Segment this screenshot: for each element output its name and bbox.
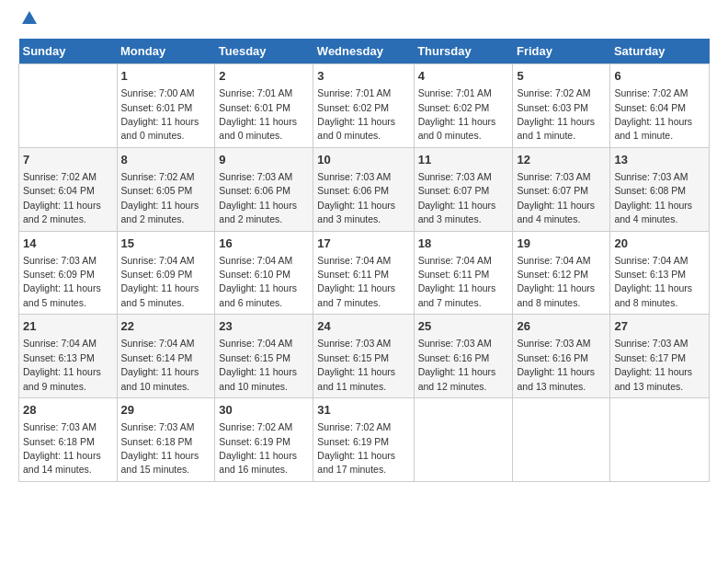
- day-info: Sunrise: 7:03 AM Sunset: 6:16 PM Dayligh…: [418, 338, 496, 391]
- day-cell: 26Sunrise: 7:03 AM Sunset: 6:16 PM Dayli…: [513, 315, 610, 398]
- day-number: 18: [418, 236, 509, 252]
- day-cell: 23Sunrise: 7:04 AM Sunset: 6:15 PM Dayli…: [215, 315, 313, 398]
- day-cell: 14Sunrise: 7:03 AM Sunset: 6:09 PM Dayli…: [19, 231, 118, 315]
- day-cell: 5Sunrise: 7:02 AM Sunset: 6:03 PM Daylig…: [513, 64, 610, 148]
- day-cell: 16Sunrise: 7:04 AM Sunset: 6:10 PM Dayli…: [215, 231, 313, 315]
- day-number: 1: [121, 68, 211, 85]
- weekday-header-saturday: Saturday: [610, 39, 710, 64]
- weekday-header-friday: Friday: [513, 39, 610, 64]
- day-number: 14: [23, 236, 113, 252]
- day-number: 29: [121, 402, 211, 419]
- day-cell: 15Sunrise: 7:04 AM Sunset: 6:09 PM Dayli…: [117, 231, 215, 315]
- day-number: 13: [614, 152, 705, 168]
- day-number: 23: [219, 318, 309, 335]
- day-cell: 11Sunrise: 7:03 AM Sunset: 6:07 PM Dayli…: [414, 147, 513, 231]
- day-cell: 24Sunrise: 7:03 AM Sunset: 6:15 PM Dayli…: [313, 315, 414, 398]
- day-info: Sunrise: 7:01 AM Sunset: 6:01 PM Dayligh…: [219, 87, 297, 141]
- calendar-table: SundayMondayTuesdayWednesdayThursdayFrid…: [18, 39, 710, 482]
- day-cell: 27Sunrise: 7:03 AM Sunset: 6:17 PM Dayli…: [610, 315, 710, 398]
- day-number: 16: [219, 236, 309, 252]
- day-cell: 8Sunrise: 7:02 AM Sunset: 6:05 PM Daylig…: [117, 147, 215, 231]
- weekday-header-sunday: Sunday: [19, 39, 118, 64]
- day-info: Sunrise: 7:03 AM Sunset: 6:06 PM Dayligh…: [317, 171, 395, 224]
- day-cell: 6Sunrise: 7:02 AM Sunset: 6:04 PM Daylig…: [610, 64, 710, 148]
- day-info: Sunrise: 7:04 AM Sunset: 6:13 PM Dayligh…: [23, 338, 101, 391]
- day-cell: [513, 398, 610, 482]
- day-info: Sunrise: 7:03 AM Sunset: 6:15 PM Dayligh…: [317, 338, 395, 391]
- day-info: Sunrise: 7:04 AM Sunset: 6:11 PM Dayligh…: [317, 255, 395, 308]
- day-cell: 4Sunrise: 7:01 AM Sunset: 6:02 PM Daylig…: [414, 64, 513, 148]
- day-cell: 30Sunrise: 7:02 AM Sunset: 6:19 PM Dayli…: [215, 398, 313, 482]
- day-number: 25: [418, 318, 509, 335]
- day-cell: 18Sunrise: 7:04 AM Sunset: 6:11 PM Dayli…: [414, 231, 513, 315]
- day-info: Sunrise: 7:02 AM Sunset: 6:19 PM Dayligh…: [219, 421, 297, 475]
- weekday-header-wednesday: Wednesday: [313, 39, 414, 64]
- day-number: 8: [121, 152, 211, 168]
- day-info: Sunrise: 7:04 AM Sunset: 6:10 PM Dayligh…: [219, 255, 297, 308]
- day-number: 2: [219, 68, 309, 85]
- day-cell: 2Sunrise: 7:01 AM Sunset: 6:01 PM Daylig…: [215, 64, 313, 148]
- day-number: 30: [219, 402, 309, 419]
- day-info: Sunrise: 7:04 AM Sunset: 6:11 PM Dayligh…: [418, 255, 496, 308]
- day-info: Sunrise: 7:02 AM Sunset: 6:04 PM Dayligh…: [23, 171, 101, 224]
- day-number: 21: [23, 318, 113, 335]
- day-cell: 3Sunrise: 7:01 AM Sunset: 6:02 PM Daylig…: [313, 64, 414, 148]
- day-cell: 31Sunrise: 7:02 AM Sunset: 6:19 PM Dayli…: [313, 398, 414, 482]
- day-info: Sunrise: 7:04 AM Sunset: 6:14 PM Dayligh…: [121, 338, 199, 391]
- day-number: 24: [317, 318, 409, 335]
- day-cell: 21Sunrise: 7:04 AM Sunset: 6:13 PM Dayli…: [19, 315, 118, 398]
- day-cell: [19, 64, 118, 148]
- week-row-3: 14Sunrise: 7:03 AM Sunset: 6:09 PM Dayli…: [19, 231, 710, 315]
- day-number: 6: [614, 68, 705, 85]
- week-row-5: 28Sunrise: 7:03 AM Sunset: 6:18 PM Dayli…: [19, 398, 710, 482]
- weekday-header-tuesday: Tuesday: [215, 39, 313, 64]
- day-info: Sunrise: 7:02 AM Sunset: 6:03 PM Dayligh…: [517, 87, 595, 141]
- day-info: Sunrise: 7:04 AM Sunset: 6:09 PM Dayligh…: [121, 255, 199, 308]
- day-info: Sunrise: 7:03 AM Sunset: 6:07 PM Dayligh…: [517, 171, 595, 224]
- header: [18, 17, 710, 28]
- weekday-header-monday: Monday: [117, 39, 215, 64]
- week-row-2: 7Sunrise: 7:02 AM Sunset: 6:04 PM Daylig…: [19, 147, 710, 231]
- day-cell: 25Sunrise: 7:03 AM Sunset: 6:16 PM Dayli…: [414, 315, 513, 398]
- day-number: 3: [317, 68, 409, 85]
- logo-text: [18, 17, 39, 28]
- day-cell: 28Sunrise: 7:03 AM Sunset: 6:18 PM Dayli…: [19, 398, 118, 482]
- day-info: Sunrise: 7:00 AM Sunset: 6:01 PM Dayligh…: [121, 87, 199, 141]
- day-number: 15: [121, 236, 211, 252]
- day-info: Sunrise: 7:04 AM Sunset: 6:15 PM Dayligh…: [219, 338, 297, 391]
- week-row-4: 21Sunrise: 7:04 AM Sunset: 6:13 PM Dayli…: [19, 315, 710, 398]
- day-number: 22: [121, 318, 211, 335]
- day-number: 28: [23, 402, 113, 419]
- day-cell: 19Sunrise: 7:04 AM Sunset: 6:12 PM Dayli…: [513, 231, 610, 315]
- day-number: 9: [219, 152, 309, 168]
- day-info: Sunrise: 7:01 AM Sunset: 6:02 PM Dayligh…: [418, 87, 496, 141]
- day-info: Sunrise: 7:03 AM Sunset: 6:08 PM Dayligh…: [614, 171, 692, 224]
- day-cell: 7Sunrise: 7:02 AM Sunset: 6:04 PM Daylig…: [19, 147, 118, 231]
- weekday-header-thursday: Thursday: [414, 39, 513, 64]
- day-number: 12: [517, 152, 606, 168]
- day-number: 11: [418, 152, 509, 168]
- day-number: 4: [418, 68, 509, 85]
- day-cell: 17Sunrise: 7:04 AM Sunset: 6:11 PM Dayli…: [313, 231, 414, 315]
- day-cell: [414, 398, 513, 482]
- day-info: Sunrise: 7:03 AM Sunset: 6:09 PM Dayligh…: [23, 255, 101, 308]
- day-number: 31: [317, 402, 409, 419]
- day-number: 17: [317, 236, 409, 252]
- svg-marker-0: [22, 11, 37, 24]
- day-number: 7: [23, 152, 113, 168]
- day-cell: 10Sunrise: 7:03 AM Sunset: 6:06 PM Dayli…: [313, 147, 414, 231]
- day-info: Sunrise: 7:04 AM Sunset: 6:13 PM Dayligh…: [614, 255, 692, 308]
- day-cell: 22Sunrise: 7:04 AM Sunset: 6:14 PM Dayli…: [117, 315, 215, 398]
- day-number: 5: [517, 68, 606, 85]
- day-info: Sunrise: 7:01 AM Sunset: 6:02 PM Dayligh…: [317, 87, 395, 141]
- weekday-header-row: SundayMondayTuesdayWednesdayThursdayFrid…: [19, 39, 710, 64]
- day-info: Sunrise: 7:03 AM Sunset: 6:07 PM Dayligh…: [418, 171, 496, 224]
- day-info: Sunrise: 7:03 AM Sunset: 6:06 PM Dayligh…: [219, 171, 297, 224]
- day-info: Sunrise: 7:03 AM Sunset: 6:16 PM Dayligh…: [517, 338, 595, 391]
- day-number: 20: [614, 236, 705, 252]
- day-info: Sunrise: 7:02 AM Sunset: 6:04 PM Dayligh…: [614, 87, 692, 141]
- day-info: Sunrise: 7:03 AM Sunset: 6:18 PM Dayligh…: [23, 421, 101, 475]
- day-cell: 20Sunrise: 7:04 AM Sunset: 6:13 PM Dayli…: [610, 231, 710, 315]
- day-number: 27: [614, 318, 705, 335]
- day-number: 26: [517, 318, 606, 335]
